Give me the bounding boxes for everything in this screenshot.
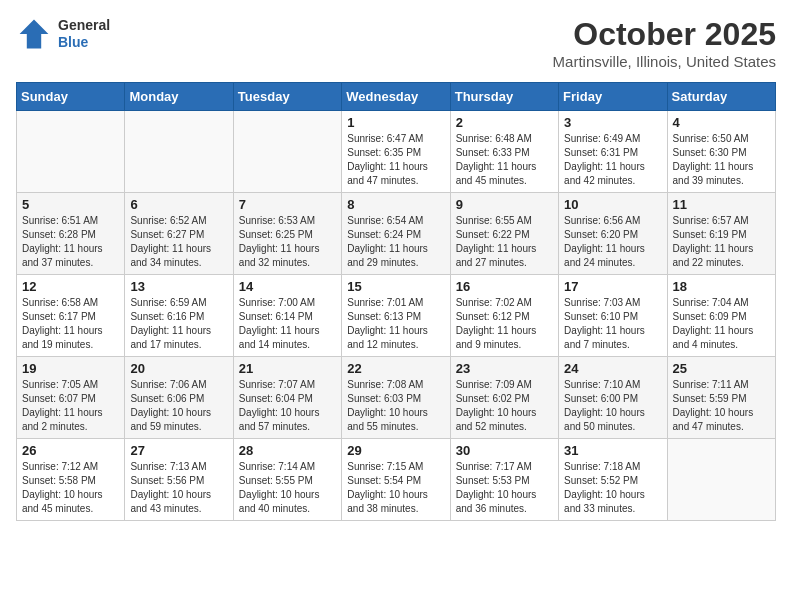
logo-icon: [16, 16, 52, 52]
week-row-1: 1Sunrise: 6:47 AM Sunset: 6:35 PM Daylig…: [17, 111, 776, 193]
day-info: Sunrise: 6:54 AM Sunset: 6:24 PM Dayligh…: [347, 214, 444, 270]
day-cell: 7Sunrise: 6:53 AM Sunset: 6:25 PM Daylig…: [233, 193, 341, 275]
day-number: 25: [673, 361, 770, 376]
day-number: 12: [22, 279, 119, 294]
day-cell: 24Sunrise: 7:10 AM Sunset: 6:00 PM Dayli…: [559, 357, 667, 439]
day-info: Sunrise: 6:52 AM Sunset: 6:27 PM Dayligh…: [130, 214, 227, 270]
day-number: 23: [456, 361, 553, 376]
day-cell: 30Sunrise: 7:17 AM Sunset: 5:53 PM Dayli…: [450, 439, 558, 521]
day-cell: 16Sunrise: 7:02 AM Sunset: 6:12 PM Dayli…: [450, 275, 558, 357]
day-cell: 17Sunrise: 7:03 AM Sunset: 6:10 PM Dayli…: [559, 275, 667, 357]
day-info: Sunrise: 7:06 AM Sunset: 6:06 PM Dayligh…: [130, 378, 227, 434]
day-number: 5: [22, 197, 119, 212]
day-cell: 23Sunrise: 7:09 AM Sunset: 6:02 PM Dayli…: [450, 357, 558, 439]
location: Martinsville, Illinois, United States: [553, 53, 776, 70]
day-cell: 5Sunrise: 6:51 AM Sunset: 6:28 PM Daylig…: [17, 193, 125, 275]
day-number: 3: [564, 115, 661, 130]
day-info: Sunrise: 7:13 AM Sunset: 5:56 PM Dayligh…: [130, 460, 227, 516]
day-info: Sunrise: 7:09 AM Sunset: 6:02 PM Dayligh…: [456, 378, 553, 434]
week-row-2: 5Sunrise: 6:51 AM Sunset: 6:28 PM Daylig…: [17, 193, 776, 275]
day-cell: [17, 111, 125, 193]
day-info: Sunrise: 6:55 AM Sunset: 6:22 PM Dayligh…: [456, 214, 553, 270]
day-number: 17: [564, 279, 661, 294]
day-info: Sunrise: 6:48 AM Sunset: 6:33 PM Dayligh…: [456, 132, 553, 188]
day-cell: 2Sunrise: 6:48 AM Sunset: 6:33 PM Daylig…: [450, 111, 558, 193]
day-info: Sunrise: 6:49 AM Sunset: 6:31 PM Dayligh…: [564, 132, 661, 188]
day-info: Sunrise: 7:10 AM Sunset: 6:00 PM Dayligh…: [564, 378, 661, 434]
day-info: Sunrise: 7:00 AM Sunset: 6:14 PM Dayligh…: [239, 296, 336, 352]
day-info: Sunrise: 7:18 AM Sunset: 5:52 PM Dayligh…: [564, 460, 661, 516]
day-number: 19: [22, 361, 119, 376]
day-info: Sunrise: 7:12 AM Sunset: 5:58 PM Dayligh…: [22, 460, 119, 516]
logo-general: General: [58, 17, 110, 34]
day-info: Sunrise: 7:05 AM Sunset: 6:07 PM Dayligh…: [22, 378, 119, 434]
day-info: Sunrise: 6:53 AM Sunset: 6:25 PM Dayligh…: [239, 214, 336, 270]
day-cell: 20Sunrise: 7:06 AM Sunset: 6:06 PM Dayli…: [125, 357, 233, 439]
day-number: 1: [347, 115, 444, 130]
logo: General Blue: [16, 16, 110, 52]
day-cell: 4Sunrise: 6:50 AM Sunset: 6:30 PM Daylig…: [667, 111, 775, 193]
day-cell: 28Sunrise: 7:14 AM Sunset: 5:55 PM Dayli…: [233, 439, 341, 521]
day-cell: 14Sunrise: 7:00 AM Sunset: 6:14 PM Dayli…: [233, 275, 341, 357]
day-cell: 1Sunrise: 6:47 AM Sunset: 6:35 PM Daylig…: [342, 111, 450, 193]
day-cell: 26Sunrise: 7:12 AM Sunset: 5:58 PM Dayli…: [17, 439, 125, 521]
page-header: General Blue October 2025 Martinsville, …: [16, 16, 776, 70]
day-cell: 27Sunrise: 7:13 AM Sunset: 5:56 PM Dayli…: [125, 439, 233, 521]
day-number: 2: [456, 115, 553, 130]
day-number: 21: [239, 361, 336, 376]
calendar: SundayMondayTuesdayWednesdayThursdayFrid…: [16, 82, 776, 521]
day-number: 29: [347, 443, 444, 458]
day-cell: 25Sunrise: 7:11 AM Sunset: 5:59 PM Dayli…: [667, 357, 775, 439]
day-info: Sunrise: 6:58 AM Sunset: 6:17 PM Dayligh…: [22, 296, 119, 352]
day-cell: [125, 111, 233, 193]
day-number: 10: [564, 197, 661, 212]
day-cell: 6Sunrise: 6:52 AM Sunset: 6:27 PM Daylig…: [125, 193, 233, 275]
day-info: Sunrise: 6:57 AM Sunset: 6:19 PM Dayligh…: [673, 214, 770, 270]
day-info: Sunrise: 7:14 AM Sunset: 5:55 PM Dayligh…: [239, 460, 336, 516]
day-number: 20: [130, 361, 227, 376]
day-cell: 12Sunrise: 6:58 AM Sunset: 6:17 PM Dayli…: [17, 275, 125, 357]
day-info: Sunrise: 7:08 AM Sunset: 6:03 PM Dayligh…: [347, 378, 444, 434]
day-number: 7: [239, 197, 336, 212]
day-number: 14: [239, 279, 336, 294]
logo-blue: Blue: [58, 34, 110, 51]
day-cell: 15Sunrise: 7:01 AM Sunset: 6:13 PM Dayli…: [342, 275, 450, 357]
day-cell: 21Sunrise: 7:07 AM Sunset: 6:04 PM Dayli…: [233, 357, 341, 439]
day-number: 11: [673, 197, 770, 212]
day-info: Sunrise: 6:47 AM Sunset: 6:35 PM Dayligh…: [347, 132, 444, 188]
day-info: Sunrise: 6:50 AM Sunset: 6:30 PM Dayligh…: [673, 132, 770, 188]
weekday-header-thursday: Thursday: [450, 83, 558, 111]
day-number: 24: [564, 361, 661, 376]
day-number: 4: [673, 115, 770, 130]
day-cell: 10Sunrise: 6:56 AM Sunset: 6:20 PM Dayli…: [559, 193, 667, 275]
day-info: Sunrise: 7:04 AM Sunset: 6:09 PM Dayligh…: [673, 296, 770, 352]
weekday-header-friday: Friday: [559, 83, 667, 111]
day-cell: 31Sunrise: 7:18 AM Sunset: 5:52 PM Dayli…: [559, 439, 667, 521]
day-number: 30: [456, 443, 553, 458]
month-title: October 2025: [553, 16, 776, 53]
weekday-header-saturday: Saturday: [667, 83, 775, 111]
day-number: 18: [673, 279, 770, 294]
svg-marker-0: [20, 20, 49, 49]
day-info: Sunrise: 7:01 AM Sunset: 6:13 PM Dayligh…: [347, 296, 444, 352]
day-cell: 13Sunrise: 6:59 AM Sunset: 6:16 PM Dayli…: [125, 275, 233, 357]
weekday-header-row: SundayMondayTuesdayWednesdayThursdayFrid…: [17, 83, 776, 111]
day-cell: 3Sunrise: 6:49 AM Sunset: 6:31 PM Daylig…: [559, 111, 667, 193]
day-number: 16: [456, 279, 553, 294]
day-number: 28: [239, 443, 336, 458]
day-info: Sunrise: 6:56 AM Sunset: 6:20 PM Dayligh…: [564, 214, 661, 270]
day-number: 15: [347, 279, 444, 294]
title-block: October 2025 Martinsville, Illinois, Uni…: [553, 16, 776, 70]
logo-text: General Blue: [58, 17, 110, 51]
day-info: Sunrise: 7:07 AM Sunset: 6:04 PM Dayligh…: [239, 378, 336, 434]
day-number: 9: [456, 197, 553, 212]
weekday-header-sunday: Sunday: [17, 83, 125, 111]
day-number: 8: [347, 197, 444, 212]
day-cell: 18Sunrise: 7:04 AM Sunset: 6:09 PM Dayli…: [667, 275, 775, 357]
week-row-5: 26Sunrise: 7:12 AM Sunset: 5:58 PM Dayli…: [17, 439, 776, 521]
day-cell: 19Sunrise: 7:05 AM Sunset: 6:07 PM Dayli…: [17, 357, 125, 439]
day-number: 27: [130, 443, 227, 458]
day-cell: 11Sunrise: 6:57 AM Sunset: 6:19 PM Dayli…: [667, 193, 775, 275]
day-info: Sunrise: 7:11 AM Sunset: 5:59 PM Dayligh…: [673, 378, 770, 434]
day-info: Sunrise: 7:17 AM Sunset: 5:53 PM Dayligh…: [456, 460, 553, 516]
